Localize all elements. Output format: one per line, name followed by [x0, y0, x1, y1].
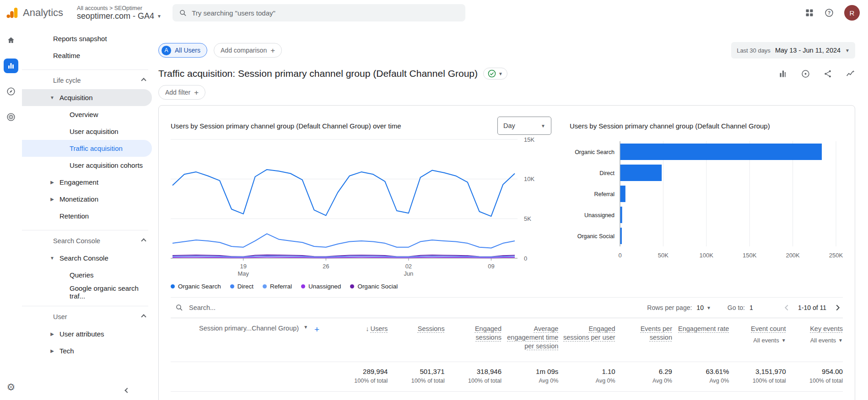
- sidebar-item-reports-snapshot[interactable]: Reports snapshot: [22, 30, 152, 47]
- svg-text:0: 0: [524, 255, 527, 262]
- nav-divider: [22, 69, 148, 70]
- reports-icon[interactable]: [4, 59, 18, 73]
- dimension-header[interactable]: Session primary...Channel Group) ▼ +: [171, 325, 331, 335]
- search-icon: [175, 304, 183, 312]
- column-header-event-count[interactable]: Event countAll events▼: [729, 325, 786, 344]
- date-range-picker[interactable]: Last 30 days May 13 - Jun 11, 2024 ▼: [731, 42, 855, 59]
- totals-cell-key-events: 954.00100% of total: [786, 368, 843, 384]
- triangle-down-icon: ▼: [49, 95, 56, 100]
- rows-per-page-select[interactable]: 10 ▼: [696, 304, 711, 311]
- section-search-console[interactable]: Search Console: [22, 232, 156, 250]
- sidebar-item-realtime[interactable]: Realtime: [22, 47, 152, 64]
- legend-dot: [171, 284, 175, 288]
- admin-gear-icon[interactable]: ⚙: [7, 382, 16, 393]
- sidebar-item-user-acquisition-cohorts[interactable]: User acquisition cohorts: [22, 157, 152, 174]
- svg-text:100K: 100K: [700, 252, 714, 259]
- add-filter-button[interactable]: Add filter +: [158, 85, 205, 100]
- sort-descending-icon: ↓: [366, 325, 369, 333]
- advertising-icon[interactable]: [4, 110, 18, 124]
- svg-text:0: 0: [618, 252, 621, 259]
- google-apps-grid-icon[interactable]: [805, 8, 814, 17]
- sidebar-item-search-console[interactable]: ▼ Search Console: [22, 250, 152, 267]
- sidebar-item-monetization[interactable]: ▶ Monetization: [22, 191, 152, 208]
- add-dimension-button[interactable]: +: [314, 325, 319, 335]
- chevron-down-icon: ▼: [706, 305, 711, 310]
- sidebar-item-traffic-acquisition[interactable]: Traffic acquisition: [22, 140, 152, 157]
- svg-text:10K: 10K: [524, 176, 534, 182]
- add-comparison-button[interactable]: Add comparison +: [214, 43, 282, 58]
- svg-text:May: May: [237, 270, 249, 277]
- sidebar-item-label: Queries: [70, 271, 94, 279]
- collapse-nav-button[interactable]: [125, 386, 129, 394]
- column-header-events-per-session[interactable]: Events per session: [615, 325, 672, 342]
- global-search[interactable]: [173, 4, 465, 21]
- search-input[interactable]: [192, 9, 459, 17]
- share-icon[interactable]: [823, 69, 833, 79]
- insights-icon[interactable]: [801, 69, 810, 79]
- granularity-select[interactable]: Day ▼: [497, 117, 551, 135]
- legend-item: Unassigned: [301, 283, 341, 290]
- table-search[interactable]: [171, 304, 363, 312]
- svg-text:26: 26: [323, 263, 329, 270]
- totals-cell-users: 289,994100% of total: [331, 368, 388, 384]
- column-header-engaged-sessions-per-user[interactable]: Engaged sessions per user: [558, 325, 615, 342]
- comparison-chip-all-users[interactable]: A All Users: [158, 43, 207, 58]
- svg-text:200K: 200K: [786, 252, 800, 259]
- table-header-row: Session primary...Channel Group) ▼ + ↓Us…: [171, 318, 843, 362]
- explore-icon[interactable]: [4, 84, 18, 99]
- sidebar-item-engagement[interactable]: ▶ Engagement: [22, 174, 152, 191]
- column-filter[interactable]: All events▼: [753, 337, 786, 344]
- section-life-cycle[interactable]: Life cycle: [22, 72, 156, 89]
- legend-dot: [350, 284, 354, 288]
- sidebar-item-acquisition[interactable]: ▼ Acquisition: [22, 89, 152, 106]
- sidebar-item-google-organic-search-traffic[interactable]: Google organic search traf...: [22, 283, 152, 300]
- column-header-engagement-rate[interactable]: Engagement rate: [672, 325, 729, 333]
- analytics-intelligence-icon[interactable]: [846, 69, 855, 79]
- sidebar-item-retention[interactable]: Retention: [22, 208, 152, 224]
- next-page-button[interactable]: [833, 303, 843, 313]
- edit-comparisons-icon[interactable]: [778, 69, 788, 79]
- sidebar-item-overview[interactable]: Overview: [22, 106, 152, 123]
- totals-cell-event-count: 3,151,970100% of total: [729, 368, 786, 384]
- data-quality-badge[interactable]: ▼: [483, 68, 507, 80]
- line-chart[interactable]: 05K10K15K19May2602Jun09: [171, 136, 551, 277]
- sidebar-item-user-acquisition[interactable]: User acquisition: [22, 123, 152, 140]
- sidebar-item-label: Traffic acquisition: [70, 144, 123, 152]
- plus-icon: +: [270, 47, 275, 54]
- sidebar-item-label: Reports snapshot: [53, 35, 107, 43]
- column-header-engaged-sessions[interactable]: Engaged sessions: [445, 325, 501, 342]
- app-name: Analytics: [23, 7, 63, 19]
- goto-page-input[interactable]: [749, 304, 765, 311]
- breadcrumb[interactable]: All accounts > SEOptimer: [77, 5, 162, 11]
- pagination-range: 1-10 of 11: [798, 304, 826, 311]
- triangle-right-icon: ▶: [49, 331, 56, 336]
- column-header-sessions[interactable]: Sessions: [388, 325, 444, 333]
- analytics-logo[interactable]: Analytics: [5, 6, 63, 20]
- table-row[interactable]: 1 Organic Search 233,333381,683254,6451m…: [171, 391, 843, 400]
- icon-rail: ⚙: [0, 26, 22, 400]
- section-label: Search Console: [53, 237, 100, 245]
- svg-text:?: ?: [828, 11, 830, 16]
- previous-page-button[interactable]: [782, 303, 792, 313]
- section-user[interactable]: User: [22, 308, 156, 325]
- totals-cell-sessions: 501,371100% of total: [388, 368, 444, 384]
- column-header-average-engagement-time-per-session[interactable]: Average engagement time per session: [501, 325, 558, 351]
- bar-chart[interactable]: 050K100K150K200K250KOrganic SearchDirect…: [570, 136, 844, 269]
- sidebar-item-tech[interactable]: ▶ Tech: [22, 342, 152, 359]
- sidebar-item-queries[interactable]: Queries: [22, 267, 152, 283]
- column-filter[interactable]: All events▼: [810, 337, 843, 344]
- comparison-badge: A: [162, 46, 171, 55]
- table-search-input[interactable]: [189, 304, 326, 311]
- report-card: Users by Session primary channel group (…: [158, 105, 855, 400]
- help-icon[interactable]: ?: [824, 8, 834, 18]
- column-header-users[interactable]: ↓Users: [331, 325, 388, 333]
- totals-cell-engaged-sessions: 318,946100% of total: [445, 368, 501, 384]
- rows-per-page-value: 10: [696, 304, 704, 311]
- avatar[interactable]: R: [844, 5, 860, 21]
- property-selector[interactable]: All accounts > SEOptimer seoptimer.com -…: [77, 5, 162, 21]
- sidebar-item-label: User acquisition: [70, 128, 119, 135]
- sidebar-item-user-attributes[interactable]: ▶ User attributes: [22, 325, 152, 342]
- home-icon[interactable]: [4, 33, 18, 48]
- chevron-down-icon: ▼: [782, 338, 786, 343]
- column-header-key-events[interactable]: Key eventsAll events▼: [786, 325, 843, 344]
